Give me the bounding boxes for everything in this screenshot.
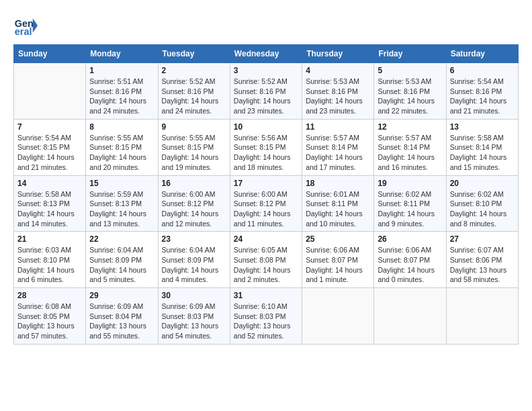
day-info: Sunrise: 6:10 AM Sunset: 8:03 PM Dayligh… bbox=[234, 302, 298, 341]
calendar-header: SundayMondayTuesdayWednesdayThursdayFrid… bbox=[14, 45, 519, 63]
day-number: 4 bbox=[306, 66, 370, 75]
day-number: 23 bbox=[162, 234, 226, 244]
day-info: Sunrise: 5:56 AM Sunset: 8:15 PM Dayligh… bbox=[234, 133, 298, 173]
calendar-cell: 20Sunrise: 6:02 AM Sunset: 8:10 PM Dayli… bbox=[446, 175, 518, 232]
day-number: 10 bbox=[234, 122, 298, 132]
day-number: 26 bbox=[378, 234, 442, 244]
day-number: 25 bbox=[306, 234, 370, 244]
calendar-week-row: 14Sunrise: 5:58 AM Sunset: 8:13 PM Dayli… bbox=[14, 175, 519, 232]
day-info: Sunrise: 6:03 AM Sunset: 8:10 PM Dayligh… bbox=[17, 245, 82, 285]
day-info: Sunrise: 6:02 AM Sunset: 8:11 PM Dayligh… bbox=[378, 189, 442, 229]
calendar-cell: 12Sunrise: 5:57 AM Sunset: 8:14 PM Dayli… bbox=[374, 119, 446, 175]
calendar-cell: 15Sunrise: 5:59 AM Sunset: 8:13 PM Dayli… bbox=[86, 175, 158, 232]
day-info: Sunrise: 5:53 AM Sunset: 8:16 PM Dayligh… bbox=[306, 77, 370, 116]
calendar-cell: 3Sunrise: 5:52 AM Sunset: 8:16 PM Daylig… bbox=[230, 63, 302, 120]
day-number: 6 bbox=[450, 66, 515, 75]
svg-text:eral: eral bbox=[15, 26, 32, 37]
calendar-cell: 13Sunrise: 5:58 AM Sunset: 8:14 PM Dayli… bbox=[446, 119, 518, 175]
day-info: Sunrise: 6:05 AM Sunset: 8:08 PM Dayligh… bbox=[234, 245, 298, 285]
day-number: 27 bbox=[450, 234, 515, 244]
day-number: 17 bbox=[234, 179, 298, 188]
day-number: 12 bbox=[378, 122, 442, 132]
calendar-cell: 26Sunrise: 6:06 AM Sunset: 8:07 PM Dayli… bbox=[374, 232, 446, 288]
day-info: Sunrise: 5:58 AM Sunset: 8:13 PM Dayligh… bbox=[17, 189, 82, 229]
day-info: Sunrise: 6:06 AM Sunset: 8:07 PM Dayligh… bbox=[378, 245, 442, 285]
calendar-cell bbox=[446, 288, 518, 345]
day-info: Sunrise: 6:00 AM Sunset: 8:12 PM Dayligh… bbox=[234, 189, 298, 229]
calendar-cell: 6Sunrise: 5:54 AM Sunset: 8:16 PM Daylig… bbox=[446, 63, 518, 120]
day-info: Sunrise: 6:09 AM Sunset: 8:04 PM Dayligh… bbox=[89, 302, 154, 341]
calendar-cell: 31Sunrise: 6:10 AM Sunset: 8:03 PM Dayli… bbox=[230, 288, 302, 345]
calendar-cell: 9Sunrise: 5:55 AM Sunset: 8:15 PM Daylig… bbox=[158, 119, 230, 175]
calendar-cell: 30Sunrise: 6:09 AM Sunset: 8:03 PM Dayli… bbox=[158, 288, 230, 345]
svg-marker-2 bbox=[33, 18, 38, 33]
day-number: 16 bbox=[162, 179, 226, 188]
day-number: 24 bbox=[234, 234, 298, 244]
calendar-body: 1Sunrise: 5:51 AM Sunset: 8:16 PM Daylig… bbox=[14, 63, 519, 345]
day-info: Sunrise: 5:51 AM Sunset: 8:16 PM Dayligh… bbox=[89, 77, 154, 116]
day-info: Sunrise: 5:55 AM Sunset: 8:15 PM Dayligh… bbox=[162, 133, 226, 173]
day-number: 29 bbox=[89, 291, 154, 300]
calendar-cell: 27Sunrise: 6:07 AM Sunset: 8:06 PM Dayli… bbox=[446, 232, 518, 288]
day-info: Sunrise: 5:57 AM Sunset: 8:14 PM Dayligh… bbox=[378, 133, 442, 173]
day-number: 13 bbox=[450, 122, 515, 132]
day-info: Sunrise: 5:55 AM Sunset: 8:15 PM Dayligh… bbox=[89, 133, 154, 173]
day-number: 31 bbox=[234, 291, 298, 300]
calendar-week-row: 21Sunrise: 6:03 AM Sunset: 8:10 PM Dayli… bbox=[14, 232, 519, 288]
day-info: Sunrise: 6:02 AM Sunset: 8:10 PM Dayligh… bbox=[450, 189, 515, 229]
day-number: 30 bbox=[162, 291, 226, 300]
calendar-cell: 5Sunrise: 5:53 AM Sunset: 8:16 PM Daylig… bbox=[374, 63, 446, 120]
calendar-cell: 1Sunrise: 5:51 AM Sunset: 8:16 PM Daylig… bbox=[86, 63, 158, 120]
calendar-cell: 21Sunrise: 6:03 AM Sunset: 8:10 PM Dayli… bbox=[14, 232, 86, 288]
weekday-header-tuesday: Tuesday bbox=[158, 45, 230, 63]
day-info: Sunrise: 6:06 AM Sunset: 8:07 PM Dayligh… bbox=[306, 245, 370, 285]
calendar-cell: 23Sunrise: 6:04 AM Sunset: 8:09 PM Dayli… bbox=[158, 232, 230, 288]
day-info: Sunrise: 5:53 AM Sunset: 8:16 PM Dayligh… bbox=[378, 77, 442, 116]
calendar-cell: 25Sunrise: 6:06 AM Sunset: 8:07 PM Dayli… bbox=[302, 232, 374, 288]
day-info: Sunrise: 5:52 AM Sunset: 8:16 PM Dayligh… bbox=[234, 77, 298, 116]
day-number: 9 bbox=[162, 122, 226, 132]
calendar-cell: 16Sunrise: 6:00 AM Sunset: 8:12 PM Dayli… bbox=[158, 175, 230, 232]
calendar-cell: 29Sunrise: 6:09 AM Sunset: 8:04 PM Dayli… bbox=[86, 288, 158, 345]
day-number: 28 bbox=[17, 291, 82, 300]
day-number: 18 bbox=[306, 179, 370, 188]
day-info: Sunrise: 5:54 AM Sunset: 8:15 PM Dayligh… bbox=[17, 133, 82, 173]
logo-icon: Gen eral bbox=[13, 13, 38, 38]
day-number: 20 bbox=[450, 179, 515, 188]
day-number: 19 bbox=[378, 179, 442, 188]
day-number: 14 bbox=[17, 179, 82, 188]
day-info: Sunrise: 6:01 AM Sunset: 8:11 PM Dayligh… bbox=[306, 189, 370, 229]
weekday-header-saturday: Saturday bbox=[446, 45, 518, 63]
calendar-week-row: 1Sunrise: 5:51 AM Sunset: 8:16 PM Daylig… bbox=[14, 63, 519, 120]
day-info: Sunrise: 6:08 AM Sunset: 8:05 PM Dayligh… bbox=[17, 302, 82, 341]
day-number: 2 bbox=[162, 66, 226, 75]
day-number: 3 bbox=[234, 66, 298, 75]
calendar-table: SundayMondayTuesdayWednesdayThursdayFrid… bbox=[13, 44, 519, 345]
calendar-cell: 14Sunrise: 5:58 AM Sunset: 8:13 PM Dayli… bbox=[14, 175, 86, 232]
calendar-cell: 24Sunrise: 6:05 AM Sunset: 8:08 PM Dayli… bbox=[230, 232, 302, 288]
page-header: Gen eral bbox=[13, 13, 519, 38]
calendar-cell: 2Sunrise: 5:52 AM Sunset: 8:16 PM Daylig… bbox=[158, 63, 230, 120]
day-number: 1 bbox=[89, 66, 154, 75]
day-number: 15 bbox=[89, 179, 154, 188]
weekday-header-friday: Friday bbox=[374, 45, 446, 63]
calendar-cell bbox=[14, 63, 86, 120]
calendar-cell: 19Sunrise: 6:02 AM Sunset: 8:11 PM Dayli… bbox=[374, 175, 446, 232]
calendar-cell: 4Sunrise: 5:53 AM Sunset: 8:16 PM Daylig… bbox=[302, 63, 374, 120]
calendar-cell: 22Sunrise: 6:04 AM Sunset: 8:09 PM Dayli… bbox=[86, 232, 158, 288]
day-number: 11 bbox=[306, 122, 370, 132]
day-number: 21 bbox=[17, 234, 82, 244]
calendar-cell: 8Sunrise: 5:55 AM Sunset: 8:15 PM Daylig… bbox=[86, 119, 158, 175]
calendar-cell: 28Sunrise: 6:08 AM Sunset: 8:05 PM Dayli… bbox=[14, 288, 86, 345]
logo: Gen eral bbox=[13, 13, 42, 38]
calendar-cell bbox=[374, 288, 446, 345]
day-number: 5 bbox=[378, 66, 442, 75]
weekday-header-row: SundayMondayTuesdayWednesdayThursdayFrid… bbox=[14, 45, 519, 63]
day-number: 7 bbox=[17, 122, 82, 132]
day-info: Sunrise: 6:04 AM Sunset: 8:09 PM Dayligh… bbox=[89, 245, 154, 285]
calendar-cell: 10Sunrise: 5:56 AM Sunset: 8:15 PM Dayli… bbox=[230, 119, 302, 175]
weekday-header-sunday: Sunday bbox=[14, 45, 86, 63]
weekday-header-wednesday: Wednesday bbox=[230, 45, 302, 63]
calendar-cell: 17Sunrise: 6:00 AM Sunset: 8:12 PM Dayli… bbox=[230, 175, 302, 232]
calendar-week-row: 7Sunrise: 5:54 AM Sunset: 8:15 PM Daylig… bbox=[14, 119, 519, 175]
